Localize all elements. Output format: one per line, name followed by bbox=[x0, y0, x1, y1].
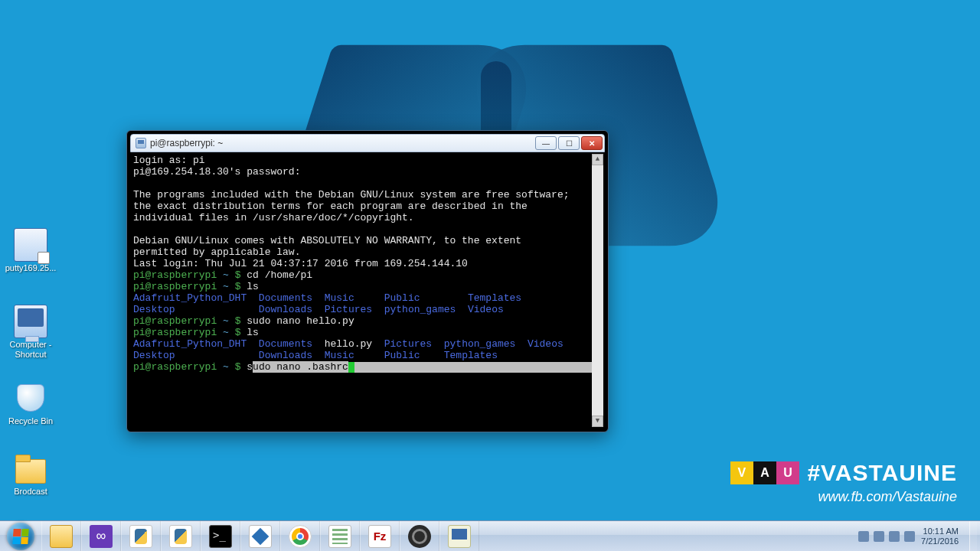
taskbar-item-filezilla[interactable] bbox=[360, 521, 400, 552]
terminal-line: pi@raspberrypi ~ $ ls bbox=[133, 281, 602, 292]
taskbar-item-explorer[interactable] bbox=[41, 521, 81, 552]
terminal-line: The programs included with the Debian GN… bbox=[133, 189, 602, 201]
terminal-line: permitted by applicable law. bbox=[133, 246, 602, 258]
desktop-icon-recycle-bin[interactable]: Recycle Bin bbox=[2, 381, 60, 426]
taskbar-item-chrome[interactable] bbox=[280, 521, 320, 552]
tray-chevron-icon[interactable] bbox=[858, 531, 869, 542]
taskbar-pins bbox=[41, 521, 479, 551]
scroll-down-button[interactable]: ▼ bbox=[592, 416, 603, 427]
clock-time: 10:11 AM bbox=[921, 527, 959, 536]
clock-date: 7/21/2016 bbox=[921, 536, 959, 546]
desktop-icon-computer-shortcut[interactable]: Computer - Shortcut bbox=[2, 305, 60, 359]
terminal-line: pi@raspberrypi ~ $ cd /home/pi bbox=[133, 269, 602, 281]
putty-icon bbox=[448, 525, 471, 548]
python-icon bbox=[169, 525, 192, 548]
terminal-line: Last login: Thu Jul 21 04:37:17 2016 fro… bbox=[133, 258, 602, 269]
computer-icon bbox=[14, 305, 47, 338]
terminal-line: Adafruit_Python_DHT Documents hello.py P… bbox=[133, 338, 602, 350]
taskbar-clock[interactable]: 10:11 AM 7/21/2016 bbox=[921, 527, 959, 546]
taskbar-item-python-shell[interactable] bbox=[161, 521, 201, 552]
window-title: pi@raspberrypi: ~ bbox=[150, 138, 535, 148]
chrome-icon bbox=[289, 525, 312, 548]
terminal-line: Adafruit_Python_DHT Documents Music Publ… bbox=[133, 292, 602, 304]
desktop-icon-label: putty169.25... bbox=[2, 263, 60, 273]
recycle-bin-icon bbox=[14, 381, 47, 415]
terminal-line: individual files in /usr/share/doc/*/cop… bbox=[133, 212, 602, 223]
terminal-line: pi@169.254.18.30's password: bbox=[133, 166, 602, 178]
watermark-hashtag: #VASTAUINE bbox=[807, 460, 957, 486]
terminal-window[interactable]: pi@raspberrypi: ~ — ☐ ✕ login as: pi pi@… bbox=[126, 130, 609, 432]
terminal-line: Desktop Downloads Music Public Templates bbox=[133, 350, 602, 361]
taskbar-item-putty[interactable] bbox=[439, 521, 479, 552]
watermark: V A U #VASTAUINE www.fb.com/Vastauine bbox=[730, 460, 957, 505]
tray-action-center-icon[interactable] bbox=[874, 531, 884, 542]
taskbar-item-sheet[interactable] bbox=[320, 521, 360, 552]
visual-studio-icon bbox=[90, 525, 113, 548]
close-button[interactable]: ✕ bbox=[581, 136, 603, 150]
computer-icon bbox=[14, 228, 47, 262]
watermark-url: www.fb.com/Vastauine bbox=[730, 489, 957, 505]
sheet-icon bbox=[328, 525, 351, 548]
terminal-line: the exact distribution terms for each pr… bbox=[133, 201, 602, 212]
scroll-up-button[interactable]: ▲ bbox=[592, 154, 603, 165]
maximize-button[interactable]: ☐ bbox=[558, 136, 580, 150]
system-tray[interactable]: 10:11 AM 7/21/2016 bbox=[855, 521, 980, 551]
taskbar[interactable]: 10:11 AM 7/21/2016 bbox=[0, 520, 980, 551]
tray-network-icon[interactable] bbox=[889, 531, 900, 542]
taskbar-item-python-idle[interactable] bbox=[121, 521, 161, 552]
terminal-line: login as: pi bbox=[133, 155, 602, 166]
terminal-line: Desktop Downloads Pictures python_games … bbox=[133, 304, 602, 315]
obs-icon bbox=[408, 525, 431, 548]
taskbar-item-obs[interactable] bbox=[400, 521, 439, 552]
tray-volume-icon[interactable] bbox=[904, 531, 915, 542]
explorer-icon bbox=[50, 525, 73, 548]
desktop-icon-label: Recycle Bin bbox=[2, 416, 60, 426]
terminal-line: Debian GNU/Linux comes with ABSOLUTELY N… bbox=[133, 235, 602, 246]
terminal-scrollbar[interactable]: ▲ ▼ bbox=[592, 154, 603, 427]
tool-icon bbox=[249, 525, 272, 548]
terminal-current-line[interactable]: pi@raspberrypi ~ $ sudo nano .bashrc bbox=[133, 361, 602, 373]
filezilla-icon bbox=[368, 525, 391, 548]
terminal-body[interactable]: login as: pi pi@169.254.18.30's password… bbox=[132, 154, 603, 427]
cursor-icon bbox=[348, 362, 354, 373]
start-button[interactable] bbox=[0, 521, 41, 551]
taskbar-item-cmd[interactable] bbox=[201, 521, 240, 552]
python-icon bbox=[129, 525, 152, 548]
desktop-icon-putty-session[interactable]: putty169.25... bbox=[2, 228, 60, 273]
titlebar[interactable]: pi@raspberrypi: ~ — ☐ ✕ bbox=[130, 134, 605, 152]
folder-icon bbox=[14, 452, 47, 485]
minimize-button[interactable]: — bbox=[535, 136, 557, 150]
taskbar-item-tool[interactable] bbox=[240, 521, 280, 552]
desktop-icon-label: Brodcast bbox=[2, 487, 60, 497]
show-desktop-button[interactable] bbox=[969, 521, 977, 551]
terminal-line: pi@raspberrypi ~ $ sudo nano hello.py bbox=[133, 315, 602, 327]
taskbar-item-visual-studio[interactable] bbox=[81, 521, 121, 552]
vau-logo: V A U bbox=[730, 461, 799, 484]
putty-icon bbox=[136, 138, 146, 148]
terminal-line: pi@raspberrypi ~ $ ls bbox=[133, 327, 602, 338]
cmd-icon bbox=[209, 525, 232, 548]
windows-orb-icon bbox=[7, 523, 34, 550]
desktop-icon-label: Computer - Shortcut bbox=[2, 340, 60, 359]
desktop-icon-broadcast-folder[interactable]: Brodcast bbox=[2, 452, 60, 497]
